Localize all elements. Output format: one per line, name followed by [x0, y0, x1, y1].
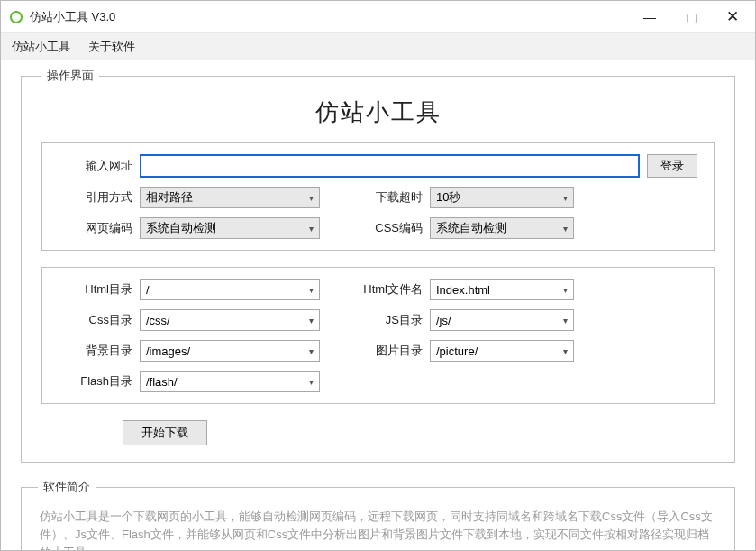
operation-panel: 操作界面 仿站小工具 输入网址 登录 引用方式 相对路径▾ 下载超时 10秒▾ … [21, 68, 735, 463]
css-enc-combo[interactable]: 系统自动检测▾ [430, 217, 574, 239]
intro-text: 仿站小工具是一个下载网页的小工具，能够自动检测网页编码，远程下载网页，同时支持同… [38, 504, 718, 551]
bg-dir-label: 背景目录 [59, 343, 132, 359]
chevron-down-icon: ▾ [563, 193, 568, 203]
chevron-down-icon: ▾ [563, 346, 568, 356]
chevron-down-icon: ▾ [309, 285, 314, 295]
minimize-button[interactable]: — [629, 1, 670, 33]
css-dir-label: Css目录 [59, 312, 132, 328]
settings-box: 输入网址 登录 引用方式 相对路径▾ 下载超时 10秒▾ 网页编码 系统自动检测… [41, 142, 715, 251]
timeout-label: 下载超时 [349, 189, 423, 206]
page-enc-label: 网页编码 [59, 220, 132, 236]
titlebar: 仿站小工具 V3.0 — ▢ ✕ [1, 1, 755, 33]
panel-heading: 仿站小工具 [41, 96, 715, 128]
html-file-combo[interactable]: Index.html▾ [430, 279, 574, 300]
content: 操作界面 仿站小工具 输入网址 登录 引用方式 相对路径▾ 下载超时 10秒▾ … [1, 60, 755, 551]
timeout-combo[interactable]: 10秒▾ [430, 187, 574, 208]
chevron-down-icon: ▾ [563, 285, 568, 295]
flash-dir-label: Flash目录 [59, 373, 132, 390]
css-enc-label: CSS编码 [349, 220, 423, 236]
app-icon [10, 11, 23, 23]
url-label: 输入网址 [59, 158, 132, 174]
maximize-button[interactable]: ▢ [670, 1, 712, 33]
chevron-down-icon: ▾ [309, 224, 314, 234]
menu-item-about[interactable]: 关于软件 [88, 39, 135, 55]
css-dir-combo[interactable]: /css/▾ [140, 309, 320, 331]
login-button[interactable]: 登录 [647, 154, 697, 178]
chevron-down-icon: ▾ [309, 193, 314, 203]
chevron-down-icon: ▾ [309, 346, 314, 356]
js-dir-combo[interactable]: /js/▾ [430, 309, 574, 331]
chevron-down-icon: ▾ [309, 316, 314, 326]
html-dir-label: Html目录 [59, 281, 132, 298]
ref-label: 引用方式 [59, 189, 132, 206]
operation-legend: 操作界面 [41, 68, 99, 84]
ref-combo[interactable]: 相对路径▾ [140, 187, 320, 208]
pic-dir-combo[interactable]: /picture/▾ [430, 340, 574, 362]
url-input[interactable] [140, 154, 640, 178]
flash-dir-combo[interactable]: /flash/▾ [140, 371, 320, 392]
chevron-down-icon: ▾ [309, 377, 314, 387]
menubar: 仿站小工具 关于软件 [1, 33, 755, 60]
window-title: 仿站小工具 V3.0 [30, 9, 629, 25]
page-enc-combo[interactable]: 系统自动检测▾ [140, 217, 320, 239]
bg-dir-combo[interactable]: /images/▾ [140, 340, 320, 362]
js-dir-label: JS目录 [349, 312, 423, 328]
chevron-down-icon: ▾ [563, 316, 568, 326]
html-dir-combo[interactable]: /▾ [140, 279, 320, 300]
paths-box: Html目录 /▾ Html文件名 Index.html▾ Css目录 /css… [41, 267, 715, 404]
intro-panel: 软件简介 仿站小工具是一个下载网页的小工具，能够自动检测网页编码，远程下载网页，… [21, 479, 735, 551]
chevron-down-icon: ▾ [563, 224, 568, 234]
pic-dir-label: 图片目录 [349, 343, 423, 359]
close-button[interactable]: ✕ [712, 1, 753, 33]
menu-item-tool[interactable]: 仿站小工具 [12, 39, 70, 55]
start-download-button[interactable]: 开始下载 [123, 420, 207, 445]
html-file-label: Html文件名 [349, 281, 423, 298]
intro-legend: 软件简介 [38, 479, 96, 495]
start-area: 开始下载 [41, 420, 715, 445]
